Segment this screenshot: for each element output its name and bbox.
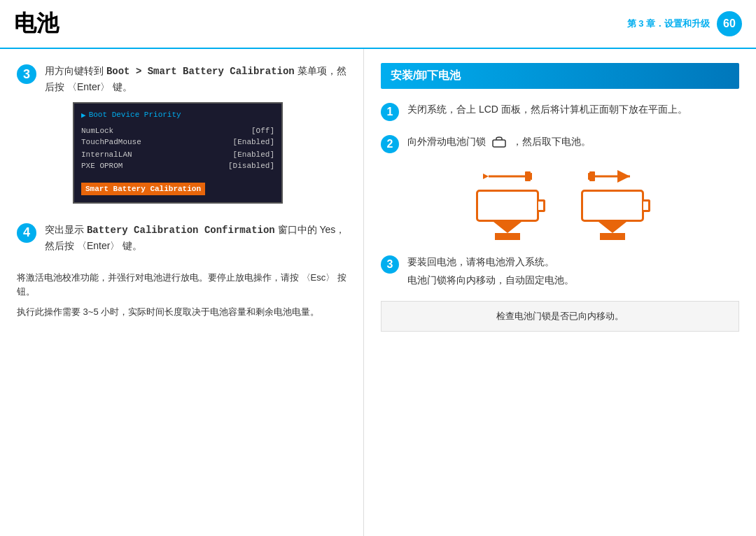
right-step-3-text1: 要装回电池，请将电池滑入系统。 [407, 254, 739, 269]
section-header: 安装/卸下电池 [381, 63, 739, 89]
step-4-sub2: 执行此操作需要 3~5 小时，实际时间长度取决于电池容量和剩余电池电量。 [17, 305, 346, 320]
right-step-2-content: 向外滑动电池门锁 ，然后取下电池。 [407, 134, 739, 153]
bios-screen: Boot Device Priority NumLock [Off] Touch… [73, 102, 283, 204]
right-step-3: 3 要装回电池，请将电池滑入系统。 电池门锁将向内移动，自动固定电池。 [381, 254, 739, 288]
svg-rect-3 [531, 173, 532, 180]
bios-selected-item: Smart Battery Calibration [81, 183, 205, 195]
arrow-left-icon [483, 166, 532, 187]
step-3-content: 用方向键转到 Boot > Smart Battery Calibration … [45, 63, 346, 211]
right-step-3-text2: 电池门锁将向内移动，自动固定电池。 [407, 272, 739, 288]
battery-right [581, 166, 644, 240]
step-4-content: 突出显示 Battery Calibration Confirmation 窗口… [45, 222, 346, 260]
right-step-3-content: 要装回电池，请将电池滑入系统。 电池门锁将向内移动，自动固定电池。 [407, 254, 739, 288]
right-panel: 安装/卸下电池 1 关闭系统，合上 LCD 面板，然后将计算机正面朝下放在平面上… [364, 49, 756, 536]
svg-rect-6 [588, 173, 591, 180]
right-step-3-number: 3 [381, 255, 399, 274]
page-number: 60 [717, 11, 742, 36]
lock-icon [491, 136, 507, 148]
right-step-1: 1 关闭系统，合上 LCD 面板，然后将计算机正面朝下放在平面上。 [381, 101, 739, 121]
step-3-text: 用方向键转到 Boot > Smart Battery Calibration … [45, 63, 346, 95]
header-right: 第 3 章．设置和升级 60 [627, 11, 742, 36]
note-text: 检查电池门锁是否已向内移动。 [496, 311, 624, 321]
bios-row-internallan: InternalLAN [Enabled] [81, 150, 274, 159]
step-4-number: 4 [17, 223, 36, 243]
page-title: 电池 [14, 8, 59, 39]
step-4-sub1: 将激活电池校准功能，并强行对电池进行放电。要停止放电操作，请按 〈Esc〉 按钮… [17, 271, 346, 300]
right-step-1-content: 关闭系统，合上 LCD 面板，然后将计算机正面朝下放在平面上。 [407, 101, 739, 121]
note-box: 检查电池门锁是否已向内移动。 [381, 301, 739, 332]
step-3: 3 用方向键转到 Boot > Smart Battery Calibratio… [17, 63, 346, 211]
bios-row-numlock: NumLock [Off] [81, 127, 274, 135]
right-step-2-number: 2 [381, 135, 399, 153]
chapter-info: 第 3 章．设置和升级 [627, 17, 710, 30]
step-4-text: 突出显示 Battery Calibration Confirmation 窗口… [45, 222, 346, 254]
step-4: 4 突出显示 Battery Calibration Confirmation … [17, 222, 346, 260]
main-content: 3 用方向键转到 Boot > Smart Battery Calibratio… [0, 49, 756, 536]
step-3-number: 3 [17, 64, 36, 84]
bios-header: Boot Device Priority [81, 111, 274, 120]
page-header: 电池 第 3 章．设置和升级 60 [0, 0, 756, 49]
svg-rect-2 [525, 171, 531, 181]
arrow-right-icon [588, 166, 637, 187]
bios-row-pxe: PXE OPROM [Disabled] [81, 162, 274, 170]
bios-row-touchpad: TouchPadMouse [Enabled] [81, 138, 274, 146]
left-panel: 3 用方向键转到 Boot > Smart Battery Calibratio… [0, 49, 364, 536]
battery-left [476, 166, 539, 240]
right-step-1-text: 关闭系统，合上 LCD 面板，然后将计算机正面朝下放在平面上。 [407, 101, 739, 117]
right-step-2-text: 向外滑动电池门锁 ，然后取下电池。 [407, 134, 739, 149]
svg-rect-0 [493, 140, 505, 147]
battery-diagram [381, 166, 739, 240]
right-step-2: 2 向外滑动电池门锁 ，然后取下电池。 [381, 134, 739, 153]
right-step-1-number: 1 [381, 103, 399, 121]
